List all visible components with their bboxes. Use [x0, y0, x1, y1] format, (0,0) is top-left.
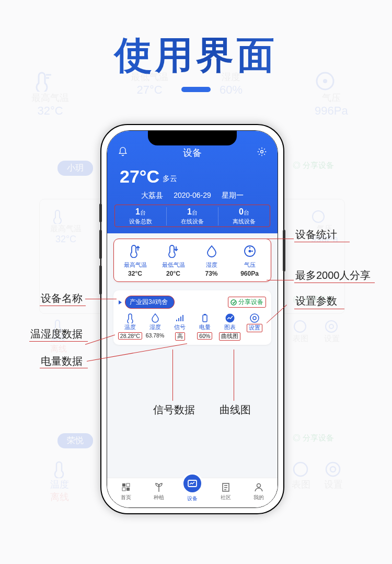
sensor-row: 温度28.28°C 湿度63.78% 信号高 电量60% 图表曲线图 设置 — [118, 313, 267, 341]
phone-notch — [148, 131, 237, 145]
chart-icon — [217, 313, 243, 323]
battery-icon — [192, 313, 217, 323]
annot-battery: 电量数据 — [41, 354, 83, 368]
thermometer-icon — [118, 313, 143, 323]
signal-icon — [167, 313, 192, 323]
weather-text: 多云 — [163, 174, 177, 184]
bell-icon[interactable] — [118, 146, 128, 159]
tab-device[interactable]: 设备 — [176, 481, 209, 502]
tab-community[interactable]: 社区 — [209, 481, 243, 502]
svg-point-16 — [250, 314, 259, 322]
svg-point-3 — [294, 321, 306, 332]
svg-rect-18 — [122, 483, 125, 487]
device-stats-row: 1台设备总数 1台在线设备 0台离线设备 — [114, 205, 270, 227]
svg-point-9 — [261, 151, 263, 153]
device-card: 产业园3#鸡舍 分享设备 温度28.28°C 湿度63.78% 信号高 电量60… — [113, 290, 271, 345]
svg-point-8 — [330, 467, 336, 472]
svg-rect-20 — [122, 488, 125, 491]
svg-point-7 — [326, 463, 340, 476]
annot-chart: 曲线图 — [220, 403, 251, 417]
title-underline — [181, 87, 211, 92]
svg-point-4 — [326, 321, 337, 332]
triangle-icon — [119, 300, 122, 304]
annot-temp-humidity: 温湿度数据 — [30, 327, 83, 341]
svg-point-5 — [329, 324, 333, 329]
annot-device-name: 设备名称 — [41, 291, 83, 306]
annot-signal: 信号数据 — [153, 403, 195, 417]
temp-up-icon — [129, 252, 142, 261]
svg-rect-14 — [204, 314, 206, 315]
annot-device-stats: 设备统计 — [295, 228, 337, 242]
page-title: 使用界面 — [0, 30, 392, 81]
drop-icon — [143, 313, 168, 323]
svg-rect-19 — [126, 483, 130, 487]
svg-rect-21 — [126, 488, 130, 491]
phone-frame: 设备 27°C 多云 大荔县 2020-06-29 星期一 1台设备总数 1台在… — [100, 124, 284, 514]
svg-point-17 — [253, 317, 256, 320]
current-temp: 27°C — [120, 166, 159, 187]
chart-button[interactable]: 图表曲线图 — [217, 313, 243, 341]
header-title: 设备 — [183, 146, 202, 159]
tab-plant[interactable]: 种植 — [143, 481, 176, 502]
svg-rect-13 — [203, 315, 207, 322]
tab-bar: 首页 种植 设备 社区 我的 — [107, 478, 278, 507]
app-header: 设备 27°C 多云 大荔县 2020-06-29 星期一 1台设备总数 1台在… — [107, 131, 278, 233]
annot-set-params: 设置参数 — [295, 294, 337, 308]
gear-icon[interactable] — [257, 146, 267, 159]
device-name-chip[interactable]: 产业园3#鸡舍 — [125, 296, 175, 309]
gear-small-icon — [242, 313, 267, 323]
date-row: 大荔县 2020-06-29 星期一 — [114, 191, 270, 200]
svg-point-6 — [294, 463, 307, 476]
weather-card: 最高气温32°C 最低气温20°C 湿度73% 气压960Pa — [113, 239, 271, 282]
humidity-icon — [205, 252, 218, 261]
tab-home[interactable]: 首页 — [109, 481, 143, 502]
tab-mine[interactable]: 我的 — [242, 481, 275, 502]
annot-share-max: 最多2000人分享 — [295, 268, 371, 283]
temp-down-icon — [167, 252, 180, 261]
svg-point-24 — [257, 484, 261, 488]
settings-button[interactable]: 设置 — [242, 313, 267, 341]
svg-point-11 — [248, 250, 251, 253]
svg-point-12 — [231, 300, 236, 305]
share-device-button[interactable]: 分享设备 — [228, 297, 266, 308]
pressure-icon — [243, 252, 257, 261]
